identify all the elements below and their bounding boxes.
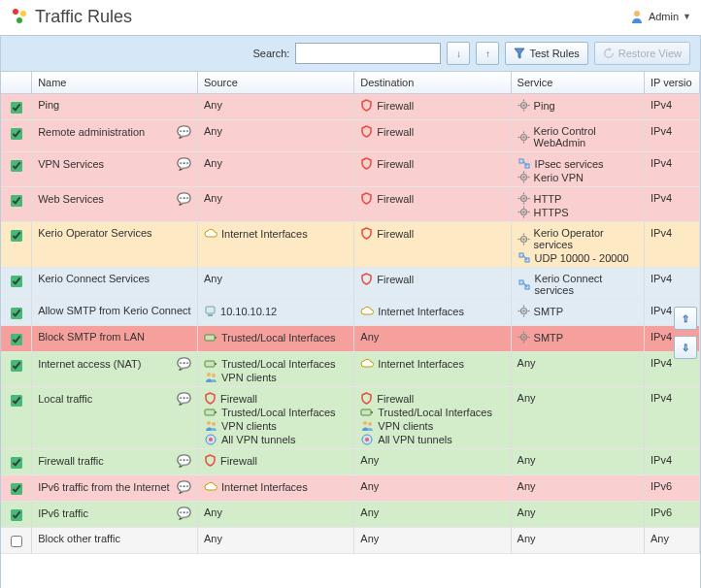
- gear-icon: [517, 233, 530, 245]
- shield-icon: [204, 454, 217, 467]
- source-item: Any: [204, 157, 222, 169]
- search-input[interactable]: [295, 43, 441, 64]
- test-rules-button[interactable]: Test Rules: [505, 42, 587, 65]
- tun-icon: [360, 433, 374, 445]
- table-row[interactable]: IPv6 traffic💬AnyAnyAnyIPv6: [1, 502, 700, 528]
- service-item: IPsec services: [517, 157, 604, 170]
- service-item: Any: [517, 480, 536, 492]
- destination-item: Firewall: [360, 392, 492, 405]
- table-row[interactable]: Allow SMTP from Kerio Connect10.10.10.12…: [1, 300, 700, 326]
- comment-icon[interactable]: 💬: [177, 506, 191, 520]
- ip-version: IPv6: [645, 475, 700, 501]
- col-source[interactable]: Source: [198, 72, 354, 93]
- comment-icon[interactable]: 💬: [177, 480, 191, 494]
- comment-icon[interactable]: 💬: [177, 157, 191, 171]
- table-row[interactable]: Block SMTP from LANTrusted/Local Interfa…: [1, 326, 700, 352]
- destination-item: Any: [360, 454, 379, 466]
- shield-icon: [204, 392, 217, 405]
- col-service[interactable]: Service: [512, 72, 645, 93]
- row-checkbox[interactable]: [11, 230, 22, 242]
- cloud-icon: [360, 305, 374, 317]
- rule-name: IPv6 traffic from the Internet: [38, 481, 170, 493]
- move-down-button[interactable]: ⇩: [674, 336, 697, 359]
- service-item: Kerio Operator services: [517, 227, 638, 250]
- page-title: Traffic Rules: [35, 7, 132, 27]
- table-row[interactable]: Kerio Connect ServicesAnyFirewallKerio C…: [1, 268, 700, 300]
- row-checkbox[interactable]: [11, 160, 22, 172]
- col-name[interactable]: Name: [32, 72, 198, 93]
- net-icon: [517, 251, 531, 264]
- row-checkbox[interactable]: [11, 509, 22, 521]
- table-row[interactable]: Local traffic💬FirewallTrusted/Local Inte…: [1, 387, 700, 449]
- col-destination[interactable]: Destination: [354, 72, 511, 93]
- user-menu[interactable]: Admin ▼: [629, 9, 691, 24]
- svg-point-60: [522, 336, 524, 338]
- table-row[interactable]: PingAnyFirewallPingIPv4: [1, 94, 700, 120]
- rule-name: Firewall traffic: [38, 455, 104, 467]
- service-item: Kerio VPN: [517, 171, 604, 183]
- svg-rect-75: [361, 409, 371, 415]
- comment-icon[interactable]: 💬: [177, 392, 191, 406]
- table-row[interactable]: VPN Services💬AnyFirewallIPsec servicesKe…: [1, 152, 700, 187]
- row-checkbox[interactable]: [11, 128, 22, 140]
- svg-point-77: [363, 421, 367, 425]
- source-item: Firewall: [204, 454, 257, 467]
- service-item: SMTP: [517, 331, 564, 343]
- col-ipversion[interactable]: IP versio: [645, 72, 700, 93]
- svg-point-74: [209, 438, 213, 441]
- comment-icon[interactable]: 💬: [177, 125, 191, 139]
- source-item: Any: [204, 99, 222, 111]
- search-next-button[interactable]: ↓: [447, 42, 470, 65]
- row-checkbox[interactable]: [11, 395, 22, 407]
- row-checkbox[interactable]: [11, 308, 22, 319]
- source-item: 10.10.10.12: [204, 305, 277, 317]
- row-checkbox[interactable]: [11, 457, 22, 469]
- ip-version: IPv4: [645, 449, 700, 474]
- col-check[interactable]: [1, 72, 32, 93]
- row-checkbox[interactable]: [11, 536, 22, 547]
- svg-rect-69: [205, 409, 215, 415]
- row-checkbox[interactable]: [11, 334, 22, 345]
- table-row[interactable]: Internet access (NAT)💬Trusted/Local Inte…: [1, 352, 700, 387]
- source-item: Any: [204, 506, 222, 518]
- svg-rect-65: [205, 361, 215, 367]
- table-row[interactable]: Firewall traffic💬FirewallAnyAnyIPv4: [1, 449, 700, 475]
- restore-view-button[interactable]: Restore View: [594, 42, 690, 65]
- rules-table: Name Source Destination Service IP versi…: [0, 71, 701, 588]
- comment-icon[interactable]: 💬: [177, 192, 191, 206]
- row-checkbox[interactable]: [11, 483, 22, 495]
- nic-icon: [204, 331, 217, 343]
- svg-rect-49: [206, 307, 215, 313]
- table-row[interactable]: Remote administration💬AnyFirewallKerio C…: [1, 120, 700, 152]
- ip-version: IPv4: [645, 187, 700, 221]
- table-row[interactable]: Block other trafficAnyAnyAnyAny: [1, 528, 700, 554]
- users-icon: [360, 419, 374, 432]
- row-checkbox[interactable]: [11, 360, 22, 372]
- svg-point-0: [13, 9, 18, 15]
- table-row[interactable]: IPv6 traffic from the Internet💬Internet …: [1, 475, 700, 502]
- table-row[interactable]: Kerio Operator ServicesInternet Interfac…: [1, 222, 700, 268]
- comment-icon[interactable]: 💬: [177, 454, 191, 468]
- shield-icon: [360, 392, 373, 405]
- ip-version: IPv4: [645, 222, 700, 267]
- destination-item: Any: [360, 331, 379, 343]
- svg-point-38: [522, 238, 524, 240]
- header: Traffic Rules Admin ▼: [0, 0, 701, 35]
- rule-name: Kerio Operator Services: [38, 227, 151, 239]
- nic-icon: [360, 406, 374, 418]
- row-checkbox[interactable]: [11, 102, 22, 114]
- svg-rect-76: [371, 411, 373, 413]
- destination-item: VPN clients: [360, 419, 492, 432]
- table-row[interactable]: Web Services💬AnyFirewallHTTPHTTPSIPv4: [1, 187, 700, 222]
- rule-name: IPv6 traffic: [38, 507, 88, 519]
- comment-icon[interactable]: 💬: [177, 357, 191, 371]
- row-checkbox[interactable]: [11, 276, 22, 287]
- move-up-button[interactable]: ⇧: [674, 307, 697, 330]
- row-checkbox[interactable]: [11, 195, 22, 207]
- destination-item: Firewall: [360, 192, 414, 205]
- search-prev-button[interactable]: ↑: [476, 42, 499, 65]
- service-item: Any: [517, 506, 536, 518]
- svg-rect-50: [208, 314, 213, 316]
- svg-point-80: [365, 438, 369, 441]
- source-item: Trusted/Local Interfaces: [204, 406, 336, 418]
